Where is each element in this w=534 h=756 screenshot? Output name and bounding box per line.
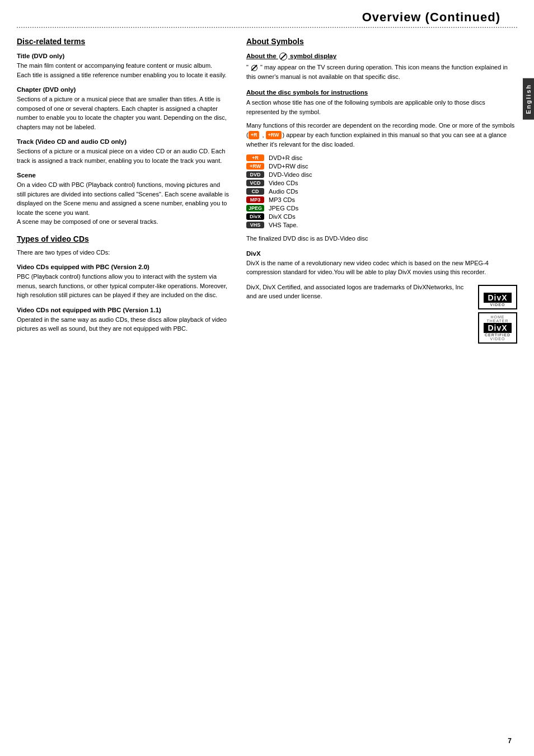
divx-certified-bottom: VIDEO [484, 337, 512, 341]
page-number: 7 [508, 737, 512, 745]
title-heading: Title (DVD only) [17, 53, 229, 59]
scene-heading: Scene [17, 172, 229, 179]
disc-label-vcd: Video CDs [269, 180, 298, 186]
types-heading: Types of video CDs [17, 234, 229, 243]
badge-vcd: VCD [246, 180, 264, 186]
disc-label-vhs: VHS Tape. [269, 222, 298, 228]
pbc-v2-heading: Video CDs equipped with PBC (Version 2.0… [17, 264, 229, 270]
divx-certified-logo: HOME THEATER DivX CERTIFIED VIDEO [478, 312, 517, 344]
badge-plus-rw: +RW [246, 163, 264, 170]
pbc-v1-body: Operated in the same way as audio CDs, t… [17, 315, 229, 334]
divx-body2: DivX, DivX Certified, and associated log… [246, 283, 517, 301]
pbc-v1-heading: Video CDs not equipped with PBC (Version… [17, 307, 229, 313]
disc-label-plus-rw: DVD+RW disc [269, 163, 308, 170]
divx-video-logo: DivX VIDEO [478, 285, 517, 309]
no-symbol-icon [279, 53, 287, 60]
badge-mp3: MP3 [246, 196, 264, 203]
list-item: VCD Video CDs [246, 180, 517, 186]
list-item: CD Audio CDs [246, 188, 517, 195]
chapter-heading: Chapter (DVD only) [17, 86, 229, 93]
page-container: English Overview (Continued) Disc-relate… [0, 0, 534, 756]
no-symbol-heading: About the symbol display [246, 53, 517, 60]
badge-divx: DivX [246, 213, 264, 220]
badge-cd: CD [246, 188, 264, 195]
badge-plus-r: +R [246, 154, 264, 161]
badge-vhs: VHS [246, 222, 264, 228]
divx-video-sub-top [484, 288, 512, 293]
inline-badge-plus-rw: +RW [266, 131, 282, 140]
disc-label-mp3: MP3 CDs [269, 196, 295, 203]
list-item: DVD DVD-Video disc [246, 171, 517, 178]
divx-video-sub: VIDEO [484, 303, 512, 307]
disc-label-plus-r: DVD+R disc [269, 154, 302, 161]
title-body: The main film content or accompanying fe… [17, 61, 229, 79]
inline-badge-plus-r: +R [249, 131, 260, 140]
list-item: VHS VHS Tape. [246, 222, 517, 228]
divx-certified-main: DivX [484, 323, 512, 333]
track-body: Sections of a picture or a musical piece… [17, 147, 229, 165]
divx-heading: DivX [246, 250, 517, 257]
disc-symbols-body2: Many functions of this recorder are depe… [246, 121, 517, 149]
disc-label-divx: DivX CDs [269, 213, 296, 220]
english-tab: English [523, 78, 534, 120]
badge-dvd: DVD [246, 171, 264, 178]
no-symbol-body: " " may appear on the TV screen during o… [246, 63, 517, 81]
list-item: JPEG JPEG CDs [246, 205, 517, 212]
about-symbols-heading: About Symbols [246, 37, 517, 46]
track-heading: Track (Video CD and audio CD only) [17, 138, 229, 145]
divx-certified-label: CERTIFIED [484, 333, 512, 337]
left-column: Disc-related terms Title (DVD only) The … [17, 35, 229, 344]
page-title: Overview (Continued) [362, 10, 500, 24]
main-content: Disc-related terms Title (DVD only) The … [0, 28, 534, 355]
pbc-v2-body: PBC (Playback control) functions allow y… [17, 272, 229, 300]
page-header: Overview (Continued) [0, 0, 534, 27]
disc-label-jpeg: JPEG CDs [269, 205, 298, 212]
divx-certified-top: HOME THEATER [484, 315, 512, 323]
list-item: +R DVD+R disc [246, 154, 517, 161]
right-column: About Symbols About the symbol display "… [246, 35, 517, 344]
list-item: MP3 MP3 CDs [246, 196, 517, 203]
chapter-body: Sections of a picture or a musical piece… [17, 95, 229, 132]
english-tab-label: English [525, 84, 532, 114]
disc-label-dvd: DVD-Video disc [269, 171, 312, 178]
scene-body: On a video CD with PBC (Playback control… [17, 180, 229, 227]
badge-jpeg: JPEG [246, 205, 264, 212]
types-intro: There are two types of video CDs: [17, 248, 229, 257]
divx-body1: DivX is the name of a revolutionary new … [246, 259, 517, 277]
divx-video-main: DivX [484, 293, 512, 303]
disc-terms-heading: Disc-related terms [17, 37, 229, 46]
disc-label-cd: Audio CDs [269, 188, 298, 195]
finalized-text: The finalized DVD disc is as DVD-Video d… [246, 234, 517, 243]
divx-logo-area: DivX VIDEO HOME THEATER DivX CERTIFIED V… [478, 285, 517, 344]
inline-badges: +R, +RW [249, 130, 283, 140]
list-item: +RW DVD+RW disc [246, 163, 517, 170]
disc-symbols-body1: A section whose title has one of the fol… [246, 98, 517, 116]
list-item: DivX DivX CDs [246, 213, 517, 220]
no-symbol-inline [251, 65, 257, 71]
disc-list: +R DVD+R disc +RW DVD+RW disc DVD DVD-Vi… [246, 154, 517, 228]
divx-logo-section: DivX VIDEO HOME THEATER DivX CERTIFIED V… [246, 283, 517, 344]
disc-symbols-heading: About the disc symbols for instructions [246, 89, 517, 96]
